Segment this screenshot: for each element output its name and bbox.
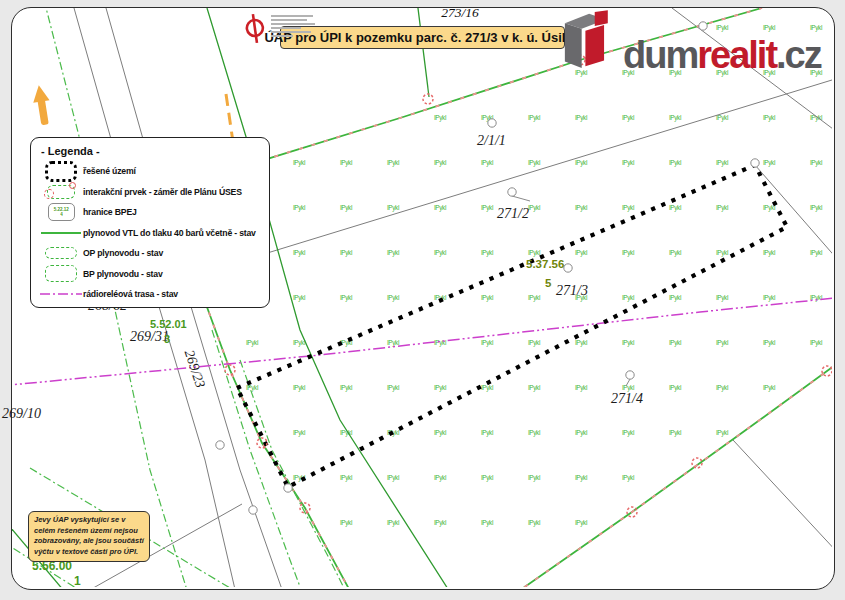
legend: - Legenda - řešené území interakční prve…	[30, 137, 270, 308]
ip-symbol: IPykl	[481, 519, 493, 527]
gas-pipeline	[200, 288, 355, 587]
note-box: Jevy ÚAP vyskytující se v celém řešeném …	[28, 511, 150, 562]
ip-symbol: IPykl	[528, 519, 540, 527]
ip-symbol: IPykl	[434, 204, 446, 212]
ip-symbol: IPykl	[669, 159, 681, 167]
ip-symbol: IPykl	[810, 339, 822, 347]
ip-symbol: IPykl	[434, 249, 446, 257]
ip-symbol: IPykl	[810, 159, 822, 167]
ip-symbol: IPykl	[528, 294, 540, 302]
legend-item-hranice-bpej: 5.22.124 hranice BPEJ	[39, 202, 265, 223]
ip-symbol: IPykl	[340, 474, 352, 482]
ip-symbol: IPykl	[575, 474, 587, 482]
ip-symbol: IPykl	[387, 159, 399, 167]
ip-symbol: IPykl	[387, 339, 399, 347]
ip-symbol: IPykl	[575, 519, 587, 527]
ip-symbol: IPykl	[669, 294, 681, 302]
ip-symbol: IPykl	[293, 429, 305, 437]
ip-symbol: IPykl	[387, 519, 399, 527]
ip-symbol: IPykl	[669, 114, 681, 122]
ip-symbol: IPykl	[716, 204, 728, 212]
ip-symbol: IPykl	[716, 294, 728, 302]
ip-symbol: IPykl	[575, 159, 587, 167]
gas-main-line	[417, 8, 429, 97]
gas-pipeline-ticks	[506, 358, 832, 587]
ip-symbol: IPykl	[528, 204, 540, 212]
ip-symbol: IPykl	[528, 249, 540, 257]
ip-symbol: IPykl	[622, 429, 634, 437]
gas-pipeline	[506, 358, 832, 587]
ip-symbol: IPykl	[340, 294, 352, 302]
ip-symbol: IPykl	[716, 249, 728, 257]
logo-realit: realit	[697, 34, 776, 76]
bp-swatch	[45, 265, 77, 282]
ip-symbol: IPykl	[669, 384, 681, 392]
ip-symbol: IPykl	[575, 339, 587, 347]
ip-symbol: IPykl	[340, 519, 352, 527]
ip-symbol: IPykl	[763, 339, 775, 347]
stamp-microtext	[271, 13, 315, 45]
bpej-swatch: 5.22.124	[48, 203, 75, 221]
ip-symbol: IPykl	[481, 294, 493, 302]
solved-area-boundary	[237, 165, 787, 487]
ip-symbol: IPykl	[669, 339, 681, 347]
ip-symbol: IPykl	[481, 204, 493, 212]
ip-symbol: IPykl	[716, 159, 728, 167]
solved-area-swatch	[45, 161, 77, 182]
ip-symbol: IPykl	[622, 474, 634, 482]
ip-symbol: IPykl	[763, 384, 775, 392]
ip-symbol: IPykl	[763, 159, 775, 167]
ip-symbol: IPykl	[575, 429, 587, 437]
survey-point-icon	[284, 484, 292, 492]
ip-symbol: IPykl	[293, 159, 305, 167]
radio-line-swatch	[40, 292, 82, 296]
ip-symbol: IPykl	[434, 114, 446, 122]
legend-item-op-plynovodu: OP plynovodu - stav	[39, 243, 265, 264]
planning-map-page: { "title_block": { "parcel_ref": "273/16…	[0, 0, 845, 600]
ip-symbol: IPykl	[387, 384, 399, 392]
ip-symbol: IPykl	[528, 474, 540, 482]
ip-symbol: IPykl	[622, 204, 634, 212]
ip-symbol: IPykl	[622, 384, 634, 392]
ip-symbol: IPykl	[293, 294, 305, 302]
ip-symbol: IPykl	[575, 294, 587, 302]
ip-symbol: IPykl	[434, 429, 446, 437]
ip-symbol: IPykl	[669, 249, 681, 257]
orange-dash-line	[226, 94, 233, 142]
gas-pipeline-ticks	[200, 288, 355, 587]
ip-symbol: IPykl	[622, 114, 634, 122]
ip-symbol: IPykl	[575, 249, 587, 257]
ip-symbol: IPykl	[575, 384, 587, 392]
ip-symbol: IPykl	[810, 249, 822, 257]
ip-symbol: IPykl	[810, 114, 822, 122]
ip-symbol: IPykl	[434, 519, 446, 527]
ip-symbol: IPykl	[293, 339, 305, 347]
ip-symbol: IPykl	[622, 294, 634, 302]
ip-symbol: IPykl	[434, 384, 446, 392]
survey-point-icon	[216, 441, 224, 449]
survey-point-icon	[508, 188, 516, 196]
ip-symbol: IPykl	[481, 159, 493, 167]
ip-symbol: IPykl	[246, 339, 258, 347]
survey-point-icon	[751, 159, 759, 167]
ip-symbol: IPykl	[293, 249, 305, 257]
ip-symbol: IPykl	[481, 474, 493, 482]
dumrealit-logo: dumrealit.cz	[563, 8, 821, 72]
ip-symbol: IPykl	[434, 159, 446, 167]
ip-symbol: IPykl	[481, 384, 493, 392]
legend-item-interakcni-prvek: interakční prvek - záměr dle Plánu ÚSES	[39, 182, 265, 203]
dumrealit-house-icon	[563, 8, 619, 72]
stamp	[243, 13, 315, 45]
ip-symbol: IPykl	[669, 204, 681, 212]
ip-symbol: IPykl	[528, 159, 540, 167]
ip-symbol: IPykl	[481, 429, 493, 437]
legend-title: - Legenda -	[41, 145, 265, 157]
north-arrow-icon	[31, 84, 54, 126]
ip-symbol: IPykl	[246, 384, 258, 392]
ip-symbol: IPykl	[434, 474, 446, 482]
ip-symbol: IPykl	[340, 249, 352, 257]
ip-symbol: IPykl	[763, 294, 775, 302]
parcel-boundary	[733, 440, 832, 553]
ip-symbol: IPykl	[716, 339, 728, 347]
ip-symbol: IPykl	[481, 249, 493, 257]
